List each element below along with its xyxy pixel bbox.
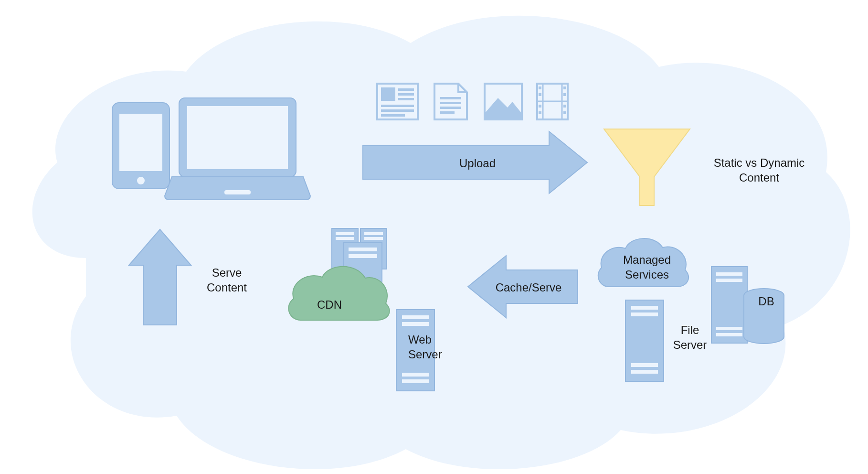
serve-content-label: Serve Content <box>198 265 255 295</box>
serve-content-l2: Content <box>207 281 247 294</box>
serve-content-arrow <box>0 0 868 474</box>
serve-content-l1: Serve <box>212 266 242 279</box>
